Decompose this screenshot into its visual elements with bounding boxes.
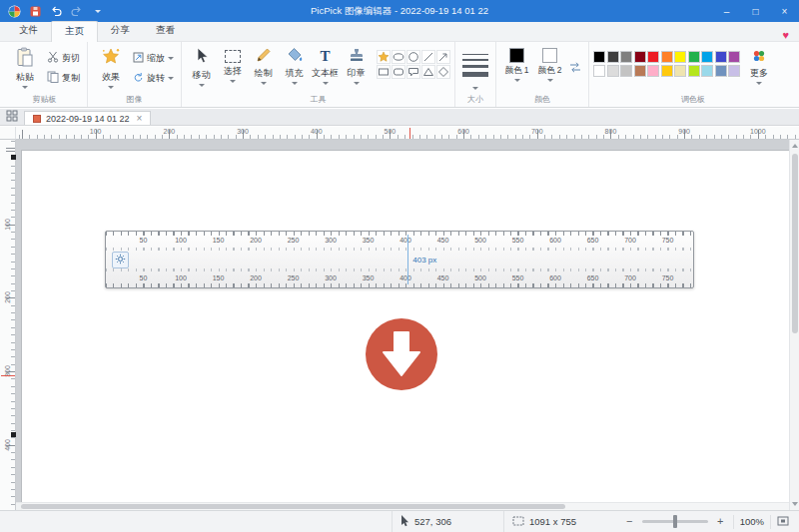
more-colors-button[interactable]: 更多 <box>740 45 778 85</box>
document-tab-close-icon[interactable]: × <box>135 113 143 124</box>
h-ruler-number: 700 <box>531 128 543 135</box>
shape-diamond-button[interactable] <box>436 65 450 79</box>
palette-swatch[interactable] <box>728 51 740 63</box>
shape-circle-button[interactable] <box>406 50 420 64</box>
swap-colors-button[interactable] <box>566 45 584 76</box>
shape-rectangle-button[interactable] <box>377 65 391 79</box>
picpick-logo-icon <box>7 4 21 18</box>
ruler-corner <box>0 127 16 140</box>
palette-swatch[interactable] <box>701 65 713 77</box>
color1-button[interactable]: 颜色 1 <box>500 45 533 82</box>
resize-button[interactable]: 缩放 <box>130 50 177 66</box>
scroll-up-icon[interactable] <box>792 144 798 148</box>
quick-access-chevron-icon[interactable] <box>91 4 105 18</box>
copy-button[interactable]: 复制 <box>44 70 83 86</box>
color2-button[interactable]: 颜色 2 <box>533 45 566 82</box>
palette-swatch[interactable] <box>647 51 659 63</box>
canvas-edge-handle[interactable] <box>11 432 16 437</box>
shape-triangle-button[interactable] <box>421 65 435 79</box>
ruler-tool-number: 450 <box>437 237 449 244</box>
image-size-value: 1091 x 755 <box>529 516 576 527</box>
palette-swatch[interactable] <box>715 51 727 63</box>
canvas-edge-handle[interactable] <box>11 155 16 160</box>
tab-view[interactable]: 查看 <box>143 21 188 41</box>
move-tool-button[interactable]: 移动 <box>186 45 217 87</box>
h-ruler-number: 1000 <box>750 128 766 135</box>
size-chevron-icon[interactable] <box>472 87 478 90</box>
palette-swatch[interactable] <box>661 51 673 63</box>
zoom-slider-thumb[interactable] <box>673 515 677 528</box>
effects-button[interactable]: 效果 <box>92 45 130 89</box>
palette-swatch[interactable] <box>634 51 646 63</box>
tab-list-button[interactable] <box>0 109 24 125</box>
palette-swatch[interactable] <box>607 65 619 77</box>
shape-arrow-button[interactable] <box>436 50 450 64</box>
h-ruler-number: 600 <box>457 128 469 135</box>
stamp-chevron-icon <box>354 82 360 85</box>
palette-swatch[interactable] <box>647 65 659 77</box>
textbox-tool-button[interactable]: T 文本框 <box>310 45 341 85</box>
rotate-icon <box>133 72 144 85</box>
ruler-tool-number: 700 <box>624 237 636 244</box>
palette-swatch[interactable] <box>688 65 700 77</box>
palette-swatch[interactable] <box>674 51 686 63</box>
palette-swatch[interactable] <box>620 51 632 63</box>
palette-swatch[interactable] <box>674 65 686 77</box>
palette-swatch[interactable] <box>593 65 605 77</box>
minimize-button[interactable]: – <box>712 0 741 22</box>
select-tool-button[interactable]: 选择 <box>217 45 248 83</box>
shape-rounded-rectangle-button[interactable] <box>392 65 405 79</box>
picpick-window: PicPick 图像编辑器 - 2022-09-19 14 01 22 – □ … <box>0 0 799 532</box>
zoom-in-button[interactable]: + <box>714 515 727 528</box>
fit-to-window-button[interactable] <box>777 515 789 529</box>
maximize-button[interactable]: □ <box>741 0 770 22</box>
group-label-clipboard: 剪贴板 <box>2 94 87 107</box>
undo-icon[interactable] <box>49 4 63 18</box>
tab-file[interactable]: 文件 <box>6 21 51 41</box>
palette-swatch[interactable] <box>661 65 673 77</box>
paste-icon <box>15 47 35 69</box>
palette-swatch[interactable] <box>593 51 605 63</box>
document-tab[interactable]: 2022-09-19 14 01 22 × <box>24 111 151 125</box>
group-palette: 更多 调色板 <box>589 42 797 107</box>
tab-home[interactable]: 主页 <box>51 21 98 42</box>
ribbon: 粘贴 剪切 复制 剪贴板 <box>0 42 799 108</box>
shape-callout-button[interactable] <box>406 65 420 79</box>
horizontal-scrollbar-thumb[interactable] <box>21 504 565 509</box>
shape-star-button[interactable] <box>377 50 391 64</box>
v-ruler-number: 200 <box>4 292 11 304</box>
stamp-tool-button[interactable]: 印章 <box>341 45 372 85</box>
shape-line-button[interactable] <box>421 50 435 64</box>
color2-chevron-icon <box>547 79 553 82</box>
horizontal-scrollbar[interactable] <box>16 502 789 510</box>
line-width-icon[interactable] <box>462 54 488 77</box>
scroll-down-icon[interactable] <box>792 502 798 506</box>
ruler-tool-number: 450 <box>437 274 449 281</box>
resize-icon <box>133 52 144 65</box>
palette-swatch[interactable] <box>701 51 713 63</box>
heart-icon[interactable]: ♥ <box>782 30 789 41</box>
paste-button[interactable]: 粘贴 <box>6 45 44 89</box>
group-label-tools: 工具 <box>182 94 454 107</box>
palette-swatch[interactable] <box>620 65 632 77</box>
palette-swatch[interactable] <box>715 65 727 77</box>
canvas[interactable]: 5010015020025030035040045050055060065070… <box>22 151 789 510</box>
palette-swatch[interactable] <box>688 51 700 63</box>
rotate-button[interactable]: 旋转 <box>130 70 177 86</box>
zoom-slider[interactable] <box>642 520 708 523</box>
zoom-out-button[interactable]: − <box>623 515 636 528</box>
fill-tool-button[interactable]: 填充 <box>279 45 310 85</box>
vertical-scrollbar-thumb[interactable] <box>792 154 798 333</box>
draw-tool-button[interactable]: 绘制 <box>248 45 279 85</box>
tab-share[interactable]: 分享 <box>98 21 143 41</box>
palette-swatch[interactable] <box>607 51 619 63</box>
cut-button[interactable]: 剪切 <box>44 50 83 66</box>
vertical-scrollbar[interactable] <box>789 140 799 510</box>
palette-swatch[interactable] <box>728 65 740 77</box>
palette-swatch[interactable] <box>634 65 646 77</box>
redo-icon[interactable] <box>70 4 84 18</box>
save-icon[interactable] <box>28 4 42 18</box>
horizontal-ruler: 1002003004005006007008009001000 <box>16 127 799 140</box>
close-button[interactable]: × <box>770 0 799 22</box>
shape-ellipse-button[interactable] <box>392 50 405 64</box>
